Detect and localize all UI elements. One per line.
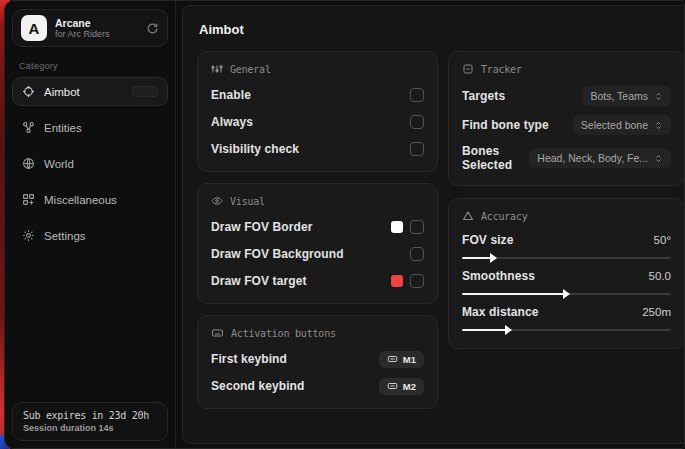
always-checkbox[interactable] [410,115,424,129]
sidebar-item-label: Aimbot [44,86,80,98]
card-header-label: Visual [230,196,265,207]
chevron-up-down-icon [654,153,663,164]
setting-label: Second keybind [211,379,304,393]
keyboard-icon [387,354,398,364]
keybind-hint-badge [132,86,158,97]
enable-checkbox[interactable] [410,88,424,102]
fov-size-slider[interactable] [462,257,671,259]
slider-value: 50° [654,234,671,246]
max-distance-slider-group: Max distance 250m [462,305,671,331]
first-keybind-button[interactable]: M1 [379,351,424,368]
setting-label: Find bone type [462,118,549,132]
card-header-label: General [230,64,271,75]
keybind-value: M2 [403,381,416,392]
setting-label: Max distance [462,305,539,319]
setting-row: Enable [211,86,424,104]
slider-thumb[interactable] [490,253,497,263]
sidebar: A Arcane for Arc Riders Category Aimbot [5,1,176,448]
crosshair-icon [22,85,35,98]
category-label: Category [19,61,168,71]
grid-icon [22,193,35,206]
setting-label: Draw FOV target [211,274,307,288]
dropdown-value: Bots, Teams [590,90,648,102]
targets-dropdown[interactable]: Bots, Teams [582,86,671,106]
entities-icon [22,121,35,134]
sidebar-item-settings[interactable]: Settings [12,221,168,250]
brand-name: Arcane [55,17,138,29]
sidebar-item-aimbot[interactable]: Aimbot [12,77,168,106]
keybind-value: M1 [403,354,416,365]
activation-buttons-card: Activation buttons First keybind M1 Seco… [197,315,438,409]
page-title: Aimbot [199,22,685,37]
smoothness-slider-group: Smoothness 50.0 [462,269,671,295]
setting-label: Draw FOV Background [211,247,344,261]
fov-border-color-swatch[interactable] [391,221,403,233]
chevron-up-down-icon [654,120,663,131]
sidebar-item-label: Entities [44,122,82,134]
setting-row: Always [211,113,424,131]
setting-label: Targets [462,89,505,103]
setting-label: Always [211,115,253,129]
setting-row: Draw FOV Border [211,218,424,236]
setting-row: Targets Bots, Teams [462,86,671,106]
card-header-label: Tracker [481,64,522,75]
tracker-card: Tracker Targets Bots, Teams Find bone ty… [448,51,685,186]
visual-card: Visual Draw FOV Border Draw FOV Backgrou… [197,183,438,304]
setting-row: Bones Selected Head, Neck, Body, Fe... [462,144,671,172]
triangle-icon [462,210,474,222]
app-window: A Arcane for Arc Riders Category Aimbot [4,0,685,449]
setting-label: Visibility check [211,142,299,156]
max-distance-slider[interactable] [462,329,671,331]
sidebar-item-label: World [44,158,74,170]
setting-row: Find bone type Selected bone [462,115,671,135]
refresh-icon[interactable] [146,22,159,35]
card-header-label: Activation buttons [231,328,336,339]
fov-size-slider-group: FOV size 50° [462,233,671,259]
second-keybind-button[interactable]: M2 [379,378,424,395]
setting-row: First keybind M1 [211,350,424,368]
general-card: General Enable Always Visibility check [197,51,438,172]
setting-label: Draw FOV Border [211,220,313,234]
setting-label: FOV size [462,233,513,247]
visibility-check-checkbox[interactable] [410,142,424,156]
main-panel: Aimbot General Enable Alw [182,5,685,444]
card-header-label: Accuracy [481,211,528,222]
subscription-info-card: Sub expires in 23d 20h Session duration … [12,402,168,441]
dropdown-value: Selected bone [581,119,648,131]
sidebar-item-label: Settings [44,230,86,242]
fov-target-checkbox[interactable] [410,274,424,288]
slider-value: 250m [642,306,671,318]
setting-label: First keybind [211,352,287,366]
sliders-icon [211,63,223,75]
slider-value: 50.0 [649,270,671,282]
setting-label: Bones Selected [462,144,529,172]
brand-subtitle: for Arc Riders [55,29,138,39]
setting-row: Visibility check [211,140,424,158]
fov-border-checkbox[interactable] [410,220,424,234]
bones-selected-dropdown[interactable]: Head, Neck, Body, Fe... [529,148,671,168]
find-bone-type-dropdown[interactable]: Selected bone [573,115,671,135]
globe-icon [22,157,35,170]
scan-minus-icon [462,63,474,75]
setting-row: Second keybind M2 [211,377,424,395]
dropdown-value: Head, Neck, Body, Fe... [537,152,648,164]
chevron-up-down-icon [654,91,663,102]
smoothness-slider[interactable] [462,293,671,295]
setting-label: Enable [211,88,251,102]
sidebar-item-miscellaneous[interactable]: Miscellaneous [12,185,168,214]
slider-thumb[interactable] [505,325,512,335]
keyboard-icon [387,381,398,391]
brand-logo: A [21,15,47,41]
sidebar-item-label: Miscellaneous [44,194,117,206]
fov-background-checkbox[interactable] [410,247,424,261]
session-duration-text: Session duration 14s [23,423,157,433]
sub-expiry-text: Sub expires in 23d 20h [23,410,157,421]
brand-initial: A [29,20,40,37]
fov-target-color-swatch[interactable] [391,275,403,287]
keyboard-icon [211,327,224,339]
setting-label: Smoothness [462,269,535,283]
slider-thumb[interactable] [563,289,570,299]
sidebar-item-entities[interactable]: Entities [12,113,168,142]
setting-row: Draw FOV target [211,272,424,290]
sidebar-item-world[interactable]: World [12,149,168,178]
